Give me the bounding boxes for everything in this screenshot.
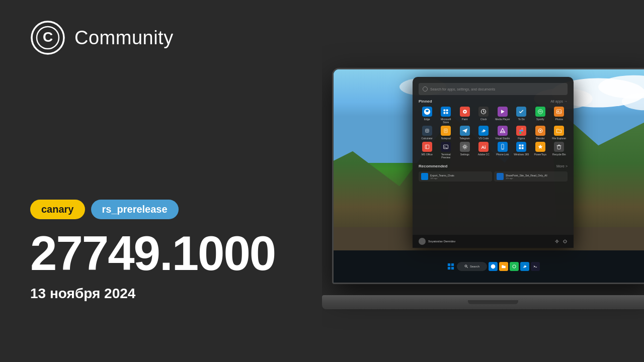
app-phonelink[interactable]: Phone Link (494, 142, 511, 159)
recommended-items: Export_Teams_Chats 14h ago SharePoint_Si… (419, 171, 568, 182)
svg-rect-13 (446, 110, 448, 112)
svg-rect-51 (519, 145, 521, 147)
svg-rect-63 (451, 263, 454, 266)
taskbar-search[interactable]: Search (457, 262, 487, 271)
svg-point-42 (539, 130, 541, 132)
prerelease-badge: rs_prerelease (91, 200, 179, 219)
svg-point-47 (464, 146, 466, 148)
app-powertoys[interactable]: PowerToys (532, 142, 549, 159)
svg-rect-56 (557, 146, 560, 149)
rec-item-1[interactable]: SharePoint_Site_Set_Read_Only_All 10h ag… (494, 171, 568, 182)
svg-rect-53 (519, 147, 521, 149)
taskbar-terminal[interactable] (531, 262, 540, 271)
app-spotify[interactable]: Spotify (532, 107, 549, 124)
rec-item-time-0: 14h ago (430, 177, 454, 179)
svg-point-50 (502, 148, 503, 149)
logo-text: Community (74, 27, 174, 49)
app-photos[interactable]: Photos (551, 107, 568, 124)
release-date: 13 ноября 2024 (30, 286, 292, 302)
svg-point-22 (538, 110, 542, 114)
recommended-header: Recommended More > (419, 164, 568, 168)
svg-marker-70 (525, 265, 527, 268)
app-blender[interactable]: Blender (532, 126, 549, 140)
search-placeholder: Search for apps, settings, and documents (430, 87, 495, 91)
svg-rect-15 (446, 112, 448, 114)
pinned-header: Pinned All apps → (419, 99, 568, 104)
svg-point-68 (513, 265, 516, 268)
taskbar-spotify[interactable] (510, 262, 519, 271)
badges-container: canary rs_prerelease (30, 200, 292, 219)
app-mediaplayer[interactable]: Media Player (494, 107, 511, 124)
app-paint[interactable]: Paint (456, 107, 473, 124)
app-office[interactable]: MS Office (419, 142, 436, 159)
settings-footer-icon[interactable] (554, 239, 559, 244)
content-area: canary rs_prerelease 27749.1000 13 ноябр… (30, 200, 292, 302)
pinned-apps-grid: Edge Microsoft Store Paint (419, 107, 568, 159)
svg-rect-64 (448, 267, 450, 269)
svg-rect-14 (444, 112, 446, 114)
svg-rect-43 (425, 145, 429, 149)
community-logo-icon: C (30, 20, 65, 55)
svg-marker-33 (484, 129, 486, 132)
svg-line-67 (466, 267, 468, 268)
svg-rect-65 (451, 267, 454, 269)
app-figma[interactable]: Figma (513, 126, 530, 140)
app-terminal[interactable]: Terminal Preview (438, 142, 455, 159)
app-vscode[interactable]: VS Code (475, 126, 493, 140)
taskbar-edge[interactable] (489, 262, 498, 271)
svg-rect-37 (521, 128, 523, 130)
app-telegram[interactable]: Telegram (456, 126, 473, 140)
start-menu-footer: Svyatoslav Demidov (413, 235, 574, 248)
svg-point-39 (521, 130, 523, 132)
svg-rect-12 (444, 110, 446, 112)
rec-item-info-0: Export_Teams_Chats 14h ago (430, 174, 454, 179)
svg-rect-40 (520, 132, 522, 134)
taskbar-vscode[interactable] (520, 262, 529, 271)
svg-marker-34 (500, 129, 505, 133)
app-settings[interactable]: Settings (456, 142, 473, 159)
app-edge[interactable]: Edge (419, 107, 436, 124)
svg-rect-28 (444, 129, 447, 133)
app-adobecc[interactable]: Ai Adobe CC (475, 142, 493, 159)
logo-area: C Community (30, 20, 292, 55)
recommended-label: Recommended (419, 164, 447, 168)
svg-point-66 (465, 265, 467, 267)
more-link[interactable]: More > (556, 164, 568, 168)
app-visualstudio[interactable]: Visual Studio (494, 126, 511, 140)
rec-item-time-1: 10h ago (506, 177, 547, 179)
rec-item-name-1: SharePoint_Site_Set_Read_Only_All (506, 174, 547, 177)
taskbar-start-button[interactable] (446, 262, 455, 271)
svg-marker-32 (481, 129, 484, 132)
all-apps-link[interactable]: All apps → (550, 100, 568, 103)
laptop-base (322, 295, 644, 309)
app-todo[interactable]: To Do (513, 107, 530, 124)
footer-power-icons (554, 239, 568, 244)
svg-text:C: C (43, 29, 53, 45)
app-windows365[interactable]: Windows 365 (513, 142, 530, 159)
rec-item-icon-1 (497, 173, 504, 180)
app-calculator[interactable]: Calculator (419, 126, 436, 140)
version-number: 27749.1000 (30, 229, 292, 278)
svg-marker-31 (462, 129, 468, 133)
svg-rect-54 (522, 147, 524, 149)
svg-rect-52 (522, 145, 524, 147)
app-recyclebin[interactable]: Recycle Bin (551, 142, 568, 159)
svg-point-61 (556, 240, 558, 242)
power-icon[interactable] (562, 239, 568, 244)
rec-item-name-0: Export_Teams_Chats (430, 174, 454, 177)
svg-point-17 (464, 111, 465, 113)
right-panel: Search for apps, settings, and documents… (322, 0, 644, 362)
app-fileexplorer[interactable]: File Explorer (551, 126, 568, 140)
taskbar-explorer[interactable] (499, 262, 508, 271)
app-notepad[interactable]: Notepad (438, 126, 455, 140)
rec-item-0[interactable]: Export_Teams_Chats 14h ago (419, 171, 492, 182)
start-search-bar[interactable]: Search for apps, settings, and documents (419, 83, 568, 95)
laptop-screen: Search for apps, settings, and documents… (332, 68, 644, 284)
rec-item-icon-0 (421, 173, 428, 180)
footer-username: Svyatoslav Demidov (428, 240, 455, 243)
rec-item-info-1: SharePoint_Site_Set_Read_Only_All 10h ag… (506, 174, 547, 179)
app-clock[interactable]: Clock (475, 107, 493, 124)
laptop-notch (468, 300, 518, 304)
app-store[interactable]: Microsoft Store (438, 107, 455, 124)
laptop-mockup: Search for apps, settings, and documents… (322, 68, 644, 319)
